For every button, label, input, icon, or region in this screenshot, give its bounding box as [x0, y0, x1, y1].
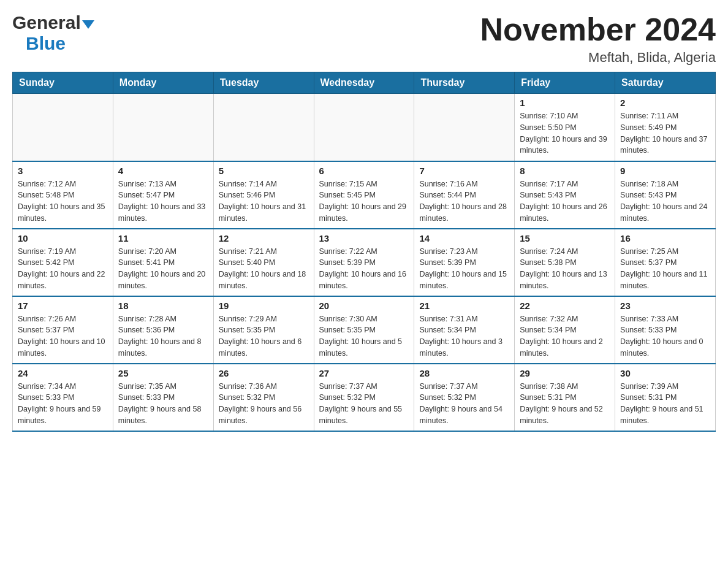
day-number: 27 — [319, 368, 409, 378]
day-info: Sunrise: 7:34 AM Sunset: 5:33 PM Dayligh… — [18, 381, 108, 427]
day-info: Sunrise: 7:22 AM Sunset: 5:39 PM Dayligh… — [319, 246, 409, 292]
day-number: 26 — [219, 368, 309, 378]
weekday-header-saturday: Saturday — [615, 72, 716, 94]
logo-general-text: General — [12, 12, 81, 33]
day-info: Sunrise: 7:12 AM Sunset: 5:48 PM Dayligh… — [18, 178, 108, 224]
weekday-header-row: SundayMondayTuesdayWednesdayThursdayFrid… — [13, 72, 716, 94]
day-info: Sunrise: 7:29 AM Sunset: 5:35 PM Dayligh… — [219, 313, 309, 359]
day-number: 11 — [118, 233, 208, 243]
calendar-day-cell: 3Sunrise: 7:12 AM Sunset: 5:48 PM Daylig… — [13, 161, 113, 229]
day-number: 16 — [620, 233, 710, 243]
calendar-day-cell: 15Sunrise: 7:24 AM Sunset: 5:38 PM Dayli… — [515, 229, 615, 296]
day-number: 8 — [520, 166, 610, 176]
calendar-day-cell: 29Sunrise: 7:38 AM Sunset: 5:31 PM Dayli… — [515, 364, 615, 431]
calendar-day-cell: 10Sunrise: 7:19 AM Sunset: 5:42 PM Dayli… — [13, 229, 113, 296]
day-info: Sunrise: 7:37 AM Sunset: 5:32 PM Dayligh… — [319, 381, 409, 427]
logo: General Blue — [12, 12, 94, 54]
day-info: Sunrise: 7:11 AM Sunset: 5:49 PM Dayligh… — [620, 110, 710, 156]
day-info: Sunrise: 7:17 AM Sunset: 5:43 PM Dayligh… — [520, 178, 610, 224]
calendar-day-cell: 25Sunrise: 7:35 AM Sunset: 5:33 PM Dayli… — [113, 364, 213, 431]
calendar-day-cell: 21Sunrise: 7:31 AM Sunset: 5:34 PM Dayli… — [414, 296, 515, 364]
weekday-header-wednesday: Wednesday — [314, 72, 414, 94]
day-info: Sunrise: 7:37 AM Sunset: 5:32 PM Dayligh… — [419, 381, 509, 427]
day-info: Sunrise: 7:23 AM Sunset: 5:39 PM Dayligh… — [419, 246, 509, 292]
calendar-day-cell: 23Sunrise: 7:33 AM Sunset: 5:33 PM Dayli… — [615, 296, 716, 364]
calendar-week-row: 17Sunrise: 7:26 AM Sunset: 5:37 PM Dayli… — [13, 296, 716, 364]
day-number: 20 — [319, 301, 409, 311]
calendar-day-cell: 12Sunrise: 7:21 AM Sunset: 5:40 PM Dayli… — [213, 229, 314, 296]
calendar-week-row: 3Sunrise: 7:12 AM Sunset: 5:48 PM Daylig… — [13, 161, 716, 229]
day-number: 17 — [18, 301, 108, 311]
day-info: Sunrise: 7:10 AM Sunset: 5:50 PM Dayligh… — [520, 110, 610, 156]
calendar-day-cell: 24Sunrise: 7:34 AM Sunset: 5:33 PM Dayli… — [13, 364, 113, 431]
calendar-day-cell — [13, 94, 113, 161]
day-info: Sunrise: 7:19 AM Sunset: 5:42 PM Dayligh… — [18, 246, 108, 292]
calendar-day-cell: 11Sunrise: 7:20 AM Sunset: 5:41 PM Dayli… — [113, 229, 213, 296]
calendar-day-cell — [113, 94, 213, 161]
day-info: Sunrise: 7:25 AM Sunset: 5:37 PM Dayligh… — [620, 246, 710, 292]
day-info: Sunrise: 7:14 AM Sunset: 5:46 PM Dayligh… — [219, 178, 309, 224]
calendar-day-cell: 19Sunrise: 7:29 AM Sunset: 5:35 PM Dayli… — [213, 296, 314, 364]
day-info: Sunrise: 7:30 AM Sunset: 5:35 PM Dayligh… — [319, 313, 409, 359]
day-info: Sunrise: 7:28 AM Sunset: 5:36 PM Dayligh… — [118, 313, 208, 359]
day-info: Sunrise: 7:32 AM Sunset: 5:34 PM Dayligh… — [520, 313, 610, 359]
calendar-day-cell: 30Sunrise: 7:39 AM Sunset: 5:31 PM Dayli… — [615, 364, 716, 431]
calendar-day-cell: 27Sunrise: 7:37 AM Sunset: 5:32 PM Dayli… — [314, 364, 414, 431]
day-number: 7 — [419, 166, 509, 176]
calendar-title: November 2024 — [480, 12, 716, 47]
weekday-header-sunday: Sunday — [13, 72, 113, 94]
day-number: 25 — [118, 368, 208, 378]
calendar-day-cell: 1Sunrise: 7:10 AM Sunset: 5:50 PM Daylig… — [515, 94, 615, 161]
day-number: 2 — [620, 98, 710, 108]
day-number: 10 — [18, 233, 108, 243]
day-info: Sunrise: 7:24 AM Sunset: 5:38 PM Dayligh… — [520, 246, 610, 292]
day-number: 21 — [419, 301, 509, 311]
day-number: 12 — [219, 233, 309, 243]
calendar-day-cell: 4Sunrise: 7:13 AM Sunset: 5:47 PM Daylig… — [113, 161, 213, 229]
calendar-header: SundayMondayTuesdayWednesdayThursdayFrid… — [13, 72, 716, 94]
day-number: 28 — [419, 368, 509, 378]
calendar-day-cell — [314, 94, 414, 161]
day-number: 14 — [419, 233, 509, 243]
day-info: Sunrise: 7:36 AM Sunset: 5:32 PM Dayligh… — [219, 381, 309, 427]
day-number: 22 — [520, 301, 610, 311]
calendar-day-cell: 22Sunrise: 7:32 AM Sunset: 5:34 PM Dayli… — [515, 296, 615, 364]
calendar-day-cell: 20Sunrise: 7:30 AM Sunset: 5:35 PM Dayli… — [314, 296, 414, 364]
calendar-body: 1Sunrise: 7:10 AM Sunset: 5:50 PM Daylig… — [13, 94, 716, 431]
day-number: 24 — [18, 368, 108, 378]
day-info: Sunrise: 7:18 AM Sunset: 5:43 PM Dayligh… — [620, 178, 710, 224]
weekday-header-tuesday: Tuesday — [213, 72, 314, 94]
calendar-week-row: 1Sunrise: 7:10 AM Sunset: 5:50 PM Daylig… — [13, 94, 716, 161]
calendar-day-cell: 28Sunrise: 7:37 AM Sunset: 5:32 PM Dayli… — [414, 364, 515, 431]
calendar-day-cell: 9Sunrise: 7:18 AM Sunset: 5:43 PM Daylig… — [615, 161, 716, 229]
day-number: 29 — [520, 368, 610, 378]
day-number: 1 — [520, 98, 610, 108]
calendar-day-cell — [213, 94, 314, 161]
calendar-day-cell: 6Sunrise: 7:15 AM Sunset: 5:45 PM Daylig… — [314, 161, 414, 229]
calendar-day-cell: 16Sunrise: 7:25 AM Sunset: 5:37 PM Dayli… — [615, 229, 716, 296]
calendar-day-cell: 17Sunrise: 7:26 AM Sunset: 5:37 PM Dayli… — [13, 296, 113, 364]
logo-arrow-icon — [82, 20, 94, 29]
day-info: Sunrise: 7:39 AM Sunset: 5:31 PM Dayligh… — [620, 381, 710, 427]
day-number: 6 — [319, 166, 409, 176]
day-info: Sunrise: 7:35 AM Sunset: 5:33 PM Dayligh… — [118, 381, 208, 427]
day-info: Sunrise: 7:16 AM Sunset: 5:44 PM Dayligh… — [419, 178, 509, 224]
calendar-table: SundayMondayTuesdayWednesdayThursdayFrid… — [12, 72, 716, 432]
day-number: 9 — [620, 166, 710, 176]
day-number: 5 — [219, 166, 309, 176]
calendar-day-cell: 5Sunrise: 7:14 AM Sunset: 5:46 PM Daylig… — [213, 161, 314, 229]
day-number: 15 — [520, 233, 610, 243]
day-info: Sunrise: 7:31 AM Sunset: 5:34 PM Dayligh… — [419, 313, 509, 359]
weekday-header-monday: Monday — [113, 72, 213, 94]
day-number: 13 — [319, 233, 409, 243]
day-number: 23 — [620, 301, 710, 311]
day-info: Sunrise: 7:21 AM Sunset: 5:40 PM Dayligh… — [219, 246, 309, 292]
day-info: Sunrise: 7:38 AM Sunset: 5:31 PM Dayligh… — [520, 381, 610, 427]
day-number: 18 — [118, 301, 208, 311]
calendar-day-cell: 26Sunrise: 7:36 AM Sunset: 5:32 PM Dayli… — [213, 364, 314, 431]
day-info: Sunrise: 7:13 AM Sunset: 5:47 PM Dayligh… — [118, 178, 208, 224]
calendar-day-cell: 14Sunrise: 7:23 AM Sunset: 5:39 PM Dayli… — [414, 229, 515, 296]
logo-blue-text: Blue — [26, 33, 66, 53]
page-header: General Blue November 2024 Meftah, Blida… — [12, 12, 716, 66]
calendar-day-cell: 7Sunrise: 7:16 AM Sunset: 5:44 PM Daylig… — [414, 161, 515, 229]
